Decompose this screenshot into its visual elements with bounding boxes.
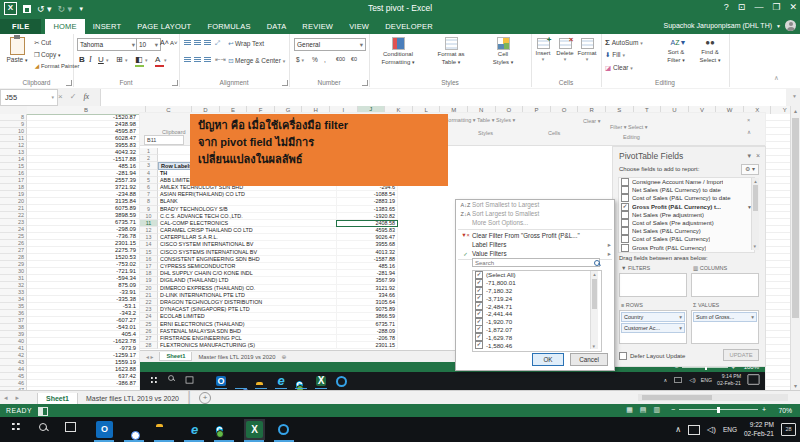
- row-header[interactable]: 35: [0, 303, 27, 310]
- orientation-icon[interactable]: ⤢: [215, 39, 220, 47]
- scroll-down-icon[interactable]: ▾: [791, 382, 800, 389]
- row-header[interactable]: 18: [0, 184, 27, 191]
- row-header[interactable]: 45: [0, 373, 27, 380]
- cell-value[interactable]: 4595.87: [27, 128, 145, 135]
- row-header[interactable]: 26: [0, 240, 27, 247]
- cell-value[interactable]: 3721.92: [27, 184, 145, 191]
- row-header[interactable]: 46: [0, 380, 27, 387]
- excel-taskbar-icon[interactable]: X: [246, 421, 263, 438]
- row-header[interactable]: 36: [0, 310, 27, 317]
- cell-value[interactable]: 1559.19: [27, 359, 145, 366]
- row-header[interactable]: 10: [0, 128, 27, 135]
- sheet-tab-master-files[interactable]: Master files LTL 2019 vs 2020: [78, 393, 187, 404]
- vertical-scrollbar[interactable]: ▴ ▾: [790, 106, 800, 390]
- accounting-format-icon[interactable]: $ ▾: [296, 56, 304, 63]
- cell-value[interactable]: -281.94: [27, 170, 145, 177]
- row-header[interactable]: 29: [0, 261, 27, 268]
- cell-value[interactable]: -736.78: [27, 233, 145, 240]
- ribbon-display-options-icon[interactable]: ⊡: [738, 2, 746, 12]
- tab-formulas[interactable]: FORMULAS: [199, 19, 258, 34]
- align-top-icon[interactable]: [184, 39, 191, 46]
- row-header[interactable]: 9: [0, 121, 27, 128]
- cell-value[interactable]: -1259.17: [27, 352, 145, 359]
- row-header[interactable]: 37: [0, 317, 27, 324]
- borders-icon[interactable]: ⊞ ▾: [116, 55, 127, 64]
- insert-cells-button[interactable]: + Insert▾: [532, 38, 554, 62]
- cell-value[interactable]: 4043.32: [27, 149, 145, 156]
- minimize-icon[interactable]: —: [754, 2, 763, 12]
- volume-icon[interactable]: ◁): [707, 425, 716, 434]
- percent-icon[interactable]: %: [312, 56, 318, 63]
- align-right-icon[interactable]: [204, 56, 211, 63]
- sheet-rows[interactable]: 8 -1520.87 9 2438.98 10 4595.87 11 6028.…: [0, 114, 150, 390]
- cell-value[interactable]: -53.1: [27, 303, 145, 310]
- cell-value[interactable]: -343.2: [27, 310, 145, 317]
- page-break-view-icon[interactable]: ▥: [653, 406, 660, 414]
- tray-chevron-icon[interactable]: ∧: [675, 425, 681, 434]
- notification-center-icon[interactable]: 28: [781, 423, 796, 436]
- row-header[interactable]: 28: [0, 254, 27, 261]
- wrap-text-button[interactable]: ↩Wrap Text: [227, 40, 264, 48]
- indent-icons[interactable]: ⇤⇥: [215, 56, 226, 64]
- row-header[interactable]: 23: [0, 219, 27, 226]
- cell-value[interactable]: 2557.39: [27, 177, 145, 184]
- cell-value[interactable]: 6075.89: [27, 205, 145, 212]
- language-indicator[interactable]: ENG: [723, 426, 737, 433]
- align-left-icon[interactable]: [184, 56, 191, 63]
- row-header[interactable]: 21: [0, 205, 27, 212]
- cell-value[interactable]: -721.91: [27, 268, 145, 275]
- font-color-icon[interactable]: A: [155, 55, 160, 64]
- find-select-button[interactable]: ●● Find &Select ▾: [693, 37, 727, 64]
- tab-data[interactable]: DATA: [259, 19, 295, 34]
- collapse-ribbon-icon[interactable]: ∧: [774, 74, 779, 82]
- clipboard-dialog-launcher-icon[interactable]: [66, 80, 72, 86]
- sheet-tab-sheet1[interactable]: Sheet1: [37, 393, 78, 404]
- row-header[interactable]: 13: [0, 149, 27, 156]
- row-header[interactable]: 32: [0, 282, 27, 289]
- cell-value[interactable]: 1520.53: [27, 254, 145, 261]
- row-header[interactable]: 15: [0, 163, 27, 170]
- task-view-icon[interactable]: [62, 421, 79, 438]
- fill-color-icon[interactable]: ◧: [135, 55, 143, 64]
- fill-color-dropdown-icon[interactable]: ▾: [145, 57, 148, 63]
- tab-developer[interactable]: DEVELOPER: [377, 19, 441, 34]
- align-center-icon[interactable]: [194, 56, 201, 63]
- network-icon[interactable]: [688, 425, 700, 435]
- row-header[interactable]: 16: [0, 170, 27, 177]
- cell-value[interactable]: 6735.71: [27, 219, 145, 226]
- row-header[interactable]: 8: [0, 114, 27, 121]
- row-header[interactable]: 17: [0, 177, 27, 184]
- cell-value[interactable]: 1623.88: [27, 366, 145, 373]
- row-header[interactable]: 14: [0, 156, 27, 163]
- cell-value[interactable]: -234.88: [27, 191, 145, 198]
- normal-view-icon[interactable]: ▦: [626, 406, 633, 414]
- blue-circle-app-icon[interactable]: [278, 424, 289, 435]
- tab-insert[interactable]: INSERT: [85, 19, 130, 34]
- cell-value[interactable]: -298.09: [27, 226, 145, 233]
- row-header[interactable]: 42: [0, 352, 27, 359]
- alignment-dialog-launcher-icon[interactable]: [282, 80, 288, 86]
- macro-record-icon[interactable]: [38, 407, 48, 416]
- tab-nav-right-icon[interactable]: ▸: [12, 394, 24, 402]
- row-header[interactable]: 12: [0, 142, 27, 149]
- underline-button[interactable]: U: [98, 55, 104, 64]
- cell-value[interactable]: 3135.84: [27, 198, 145, 205]
- align-bottom-icon[interactable]: [204, 39, 211, 46]
- cancel-formula-icon[interactable]: ×: [58, 89, 63, 104]
- cell-value[interactable]: -594.34: [27, 275, 145, 282]
- cell-value[interactable]: -753.02: [27, 261, 145, 268]
- cell-value[interactable]: 485.16: [27, 163, 145, 170]
- formula-input[interactable]: [100, 89, 786, 106]
- skype-icon[interactable]: S: [216, 426, 223, 437]
- close-icon[interactable]: ✕: [789, 2, 797, 12]
- name-box[interactable]: J55▾: [0, 89, 58, 106]
- page-layout-view-icon[interactable]: ▤: [640, 406, 647, 414]
- font-name-combo[interactable]: Tahoma▾: [77, 38, 138, 51]
- scroll-up-icon[interactable]: ▴: [791, 107, 800, 114]
- increase-decimal-icon[interactable]: €00: [336, 56, 345, 62]
- cell-value[interactable]: 637.42: [27, 373, 145, 380]
- merge-center-button[interactable]: ⊡Merge & Center ▾: [227, 57, 285, 65]
- help-icon[interactable]: ?: [724, 2, 729, 12]
- cell-value[interactable]: -973.9: [27, 345, 145, 352]
- tab-page-layout[interactable]: PAGE LAYOUT: [129, 19, 199, 34]
